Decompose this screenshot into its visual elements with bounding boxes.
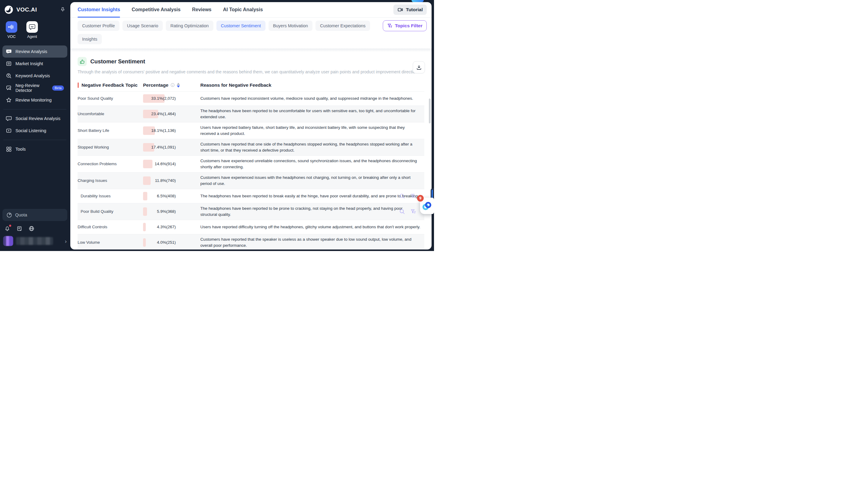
percentage-cell: 11.8%(740) [143, 176, 200, 185]
percentage-value: 5.9%(368) [157, 209, 176, 214]
top-edge-widget[interactable] [412, 0, 424, 2]
tab-ai-topic-analysis[interactable]: AI Topic Analysis [223, 2, 263, 17]
quota-button[interactable]: Quota [2, 209, 67, 221]
sidebar-item-social-listening[interactable]: Social Listening [2, 125, 67, 137]
pill-customer-profile[interactable]: Customer Profile [78, 21, 120, 31]
table-header-row: Negative Feedback Topic Percentage [78, 79, 424, 91]
listen-icon [6, 127, 12, 134]
topics-filter-button[interactable]: Topics Filter [383, 20, 427, 31]
table-row-poor-build-quality[interactable]: Poor Build Quality 5.9%(368) The headpho… [78, 203, 424, 220]
table-row-difficult-controls[interactable]: Difficult Controls 4.3%(267) Users have … [78, 220, 424, 234]
pill-customer-sentiment[interactable]: Customer Sentiment [216, 21, 266, 31]
tab-customer-insights[interactable]: Customer Insights [78, 2, 120, 17]
sidebar-item-review-analysis[interactable]: Review Analysis [2, 45, 67, 58]
keyword-icon [6, 73, 12, 79]
content-area: Customer Sentiment Through the analysis … [70, 52, 432, 249]
app-window: VOC.AI VOC Agent Review Analysis Market … [0, 0, 434, 251]
header-shadow-band [70, 49, 432, 52]
percentage-bar [143, 192, 147, 201]
table-row-short-battery-life[interactable]: Short Battery Life 18.1%(1,136) Users ha… [78, 122, 424, 139]
changelog-doc-icon[interactable] [17, 226, 22, 232]
filter-funnel-icon[interactable] [410, 208, 416, 215]
sidebar-item-neg-review-detector[interactable]: Neg-Review Detector Beta [2, 82, 67, 94]
app-agent[interactable]: Agent [25, 21, 39, 39]
percentage-cell: 18.1%(1,136) [143, 126, 200, 135]
topic-cell: Short Battery Life [78, 128, 143, 133]
language-globe-icon[interactable] [29, 226, 34, 232]
topic-cell: Connection Problems [78, 162, 143, 166]
reason-cell: Customers have experienced issues with t… [200, 173, 424, 189]
pill-usage-scenario[interactable]: Usage Scenario [122, 21, 163, 31]
star-icon [6, 97, 12, 103]
sidebar-item-keyword-analysis[interactable]: Keyword Analysis [2, 70, 67, 82]
sidebar-item-tools[interactable]: Tools [2, 143, 67, 155]
pill-customer-expectations[interactable]: Customer Expectations [316, 21, 370, 31]
percentage-cell: 33.1%(2,072) [143, 94, 200, 103]
search-icon[interactable] [399, 193, 405, 199]
quota-label: Quota [15, 213, 27, 217]
table-row-connection-problems[interactable]: Connection Problems 14.6%(914) Customers… [78, 155, 424, 172]
chat-launcher-button[interactable]: 9 [420, 198, 434, 214]
brand-name: VOC.AI [17, 6, 37, 13]
app-label: Agent [27, 34, 37, 39]
column-header-percentage: Percentage [143, 82, 200, 88]
red-accent-bar [78, 82, 79, 88]
percentage-bar [143, 176, 151, 185]
chevron-right-icon: › [65, 238, 67, 244]
download-button[interactable] [413, 61, 425, 73]
percentage-cell: 17.4%(1,091) [143, 143, 200, 152]
topic-cell: Difficult Controls [78, 225, 143, 229]
notification-dot [9, 225, 11, 227]
table-row-uncomfortable[interactable]: Uncomfortable 23.4%(1,464) The headphone… [78, 105, 424, 122]
percentage-value: 14.6%(914) [155, 162, 176, 166]
reason-cell: Customers have reported that the speaker… [200, 234, 424, 249]
sidebar-item-market-insight[interactable]: Market Insight [2, 58, 67, 70]
tutorial-button[interactable]: Tutorial [393, 4, 427, 15]
vertical-scrollbar[interactable] [429, 99, 431, 123]
percentage-value: 11.8%(740) [155, 178, 176, 183]
pill-buyers-motivation[interactable]: Buyers Motivation [269, 21, 312, 31]
tab-label: Reviews [192, 7, 211, 12]
percentage-bar [143, 223, 146, 231]
tab-reviews[interactable]: Reviews [192, 2, 211, 17]
tutorial-label: Tutorial [406, 7, 423, 12]
sidebar-item-social-review-analysis[interactable]: Social Review Analysis [2, 112, 67, 125]
search-icon[interactable] [399, 208, 405, 215]
sidebar-bottom: Quota [2, 209, 67, 247]
table-row-low-volume[interactable]: Low Volume 4.0%(251) Customers have repo… [78, 234, 424, 249]
tab-competitive-analysis[interactable]: Competitive Analysis [132, 2, 180, 17]
notifications-bell-icon[interactable] [4, 226, 10, 232]
thumbs-up-icon [78, 57, 87, 66]
percentage-bar [143, 160, 153, 168]
topic-cell: Poor Build Quality [78, 209, 143, 214]
chat-unread-badge: 9 [417, 195, 424, 202]
pills-row-1: Customer Profile Usage Scenario Rating O… [78, 21, 424, 31]
user-account-row[interactable]: › [2, 235, 67, 247]
table-row-charging-issues[interactable]: Charging Issues 11.8%(740) Customers hav… [78, 172, 424, 189]
quota-clock-icon [6, 212, 12, 218]
filter-funnel-icon[interactable] [410, 193, 416, 199]
percentage-value: 23.4%(1,464) [151, 112, 176, 116]
sidebar-divider [3, 109, 66, 110]
pill-insights[interactable]: Insights [78, 34, 102, 44]
vocai-chat-logo-icon [422, 201, 432, 211]
sidebar-nav: Review Analysis Market Insight Keyword A… [2, 45, 67, 155]
sidebar-item-review-monitoring[interactable]: Review Monitoring [2, 94, 67, 106]
topic-cell: Low Volume [78, 240, 143, 245]
table-row-poor-sound-quality[interactable]: Poor Sound Quality 33.1%(2,072) Customer… [78, 91, 424, 105]
pill-rating-optimization[interactable]: Rating Optimization [166, 21, 213, 31]
apps-row: VOC Agent [2, 17, 67, 39]
video-camera-icon [397, 7, 403, 13]
table-row-stopped-working[interactable]: Stopped Working 17.4%(1,091) Customers h… [78, 139, 424, 155]
percentage-value: 17.4%(1,091) [151, 145, 176, 150]
reason-cell: Customers have reported inconsistent vol… [200, 93, 424, 104]
topics-filter-label: Topics Filter [395, 23, 423, 29]
table-row-durability-issues[interactable]: Durability Issues 6.5%(408) The headphon… [78, 189, 424, 203]
app-voc[interactable]: VOC [5, 21, 18, 39]
percentage-header-label: Percentage [143, 82, 168, 88]
sort-icon[interactable] [177, 83, 180, 88]
neg-icon [6, 85, 12, 91]
pin-icon[interactable] [60, 7, 65, 12]
info-icon[interactable] [170, 83, 175, 87]
percentage-value: 6.5%(408) [157, 194, 176, 198]
